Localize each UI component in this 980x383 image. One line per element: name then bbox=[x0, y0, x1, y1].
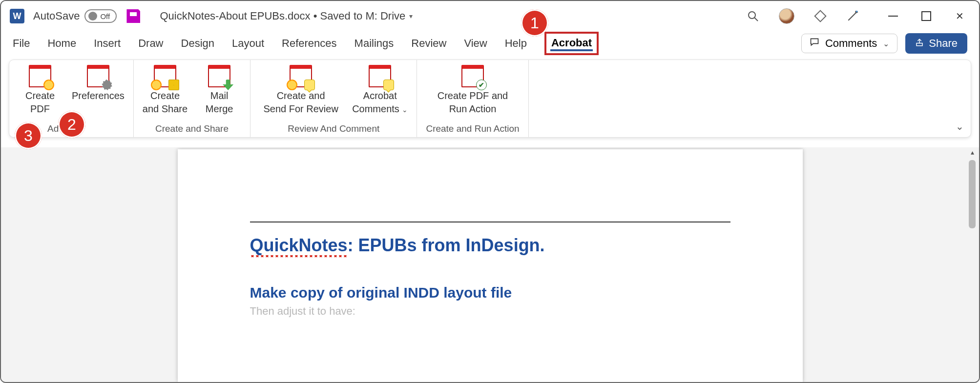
ribbon-label: Create bbox=[25, 90, 55, 101]
title-bar: W AutoSave Off QuickNotes-About EPUBs.do… bbox=[1, 1, 979, 31]
scroll-up-icon[interactable]: ▴ bbox=[967, 147, 977, 157]
magic-wand-icon[interactable] bbox=[846, 10, 859, 22]
title-rest: : EPUBs from InDesign. bbox=[348, 235, 545, 255]
document-paragraph: Then adjust it to have: bbox=[250, 305, 730, 318]
vertical-scrollbar[interactable]: ▴ bbox=[967, 147, 977, 376]
tab-references[interactable]: References bbox=[282, 35, 337, 52]
svg-point-5 bbox=[856, 11, 857, 12]
title-dropdown-icon[interactable]: ▾ bbox=[409, 12, 413, 20]
ribbon-group-label: Create and Run Action bbox=[426, 121, 519, 137]
annotation-badge-2: 2 bbox=[58, 111, 85, 138]
ribbon-acrobat: Create PDF Preferences Ad Create and Sha… bbox=[9, 60, 971, 138]
share-label: Share bbox=[929, 37, 958, 50]
ribbon-group-label: Review And Comment bbox=[288, 121, 379, 137]
acrobat-comments-button[interactable]: Acrobat Comments ⌄ bbox=[352, 64, 408, 121]
create-pdf-run-action-button[interactable]: ✔ Create PDF and Run Action bbox=[434, 64, 512, 121]
ribbon-label: Mail bbox=[210, 90, 229, 101]
save-icon[interactable] bbox=[126, 9, 140, 23]
chevron-down-icon: ⌄ bbox=[402, 106, 408, 114]
create-and-share-button[interactable]: Create and Share bbox=[143, 64, 188, 121]
ribbon-label: and Share bbox=[143, 103, 188, 115]
autosave-toggle[interactable]: Off bbox=[84, 9, 117, 23]
autosave-label: AutoSave bbox=[33, 10, 80, 22]
ribbon-collapse-icon[interactable]: ⌄ bbox=[956, 121, 964, 132]
ribbon-group-create-and-share: Create and Share Mail Merge Create and S… bbox=[134, 60, 250, 137]
ribbon-label: Create PDF and bbox=[438, 90, 508, 101]
word-app-icon: W bbox=[10, 9, 24, 23]
annotation-badge-3: 3 bbox=[15, 122, 42, 149]
svg-line-2 bbox=[848, 13, 855, 20]
ribbon-label: Comments ⌄ bbox=[352, 103, 408, 115]
acrobat-comments-icon bbox=[369, 65, 391, 87]
comment-bubble-icon bbox=[810, 37, 819, 50]
tab-review[interactable]: Review bbox=[411, 35, 446, 52]
mail-merge-icon bbox=[208, 65, 230, 87]
chevron-down-icon: ⌄ bbox=[883, 39, 889, 48]
tab-insert[interactable]: Insert bbox=[94, 35, 121, 52]
ribbon-label: Run Action bbox=[449, 103, 497, 115]
tab-help[interactable]: Help bbox=[505, 35, 527, 52]
ribbon-group-create-and-run-action: ✔ Create PDF and Run Action Create and R… bbox=[417, 60, 528, 137]
create-pdf-button[interactable]: Create PDF bbox=[18, 64, 62, 121]
create-pdf-icon bbox=[29, 65, 51, 87]
window-close-icon[interactable]: ✕ bbox=[955, 11, 964, 21]
premium-diamond-icon[interactable] bbox=[814, 10, 827, 22]
ribbon-label: PDF bbox=[30, 103, 50, 115]
tab-file[interactable]: File bbox=[13, 35, 30, 52]
document-viewport[interactable]: QuickNotes: EPUBs from InDesign. Make co… bbox=[1, 147, 979, 382]
tab-home[interactable]: Home bbox=[47, 35, 76, 52]
send-for-review-icon bbox=[290, 65, 312, 87]
create-send-review-button[interactable]: Create and Send For Review bbox=[259, 64, 342, 121]
horizontal-rule bbox=[250, 222, 730, 222]
mail-merge-button[interactable]: Mail Merge bbox=[197, 64, 241, 121]
toggle-thumb-icon bbox=[88, 12, 97, 20]
comments-button[interactable]: Comments ⌄ bbox=[801, 34, 897, 53]
ribbon-group-label: Create and Share bbox=[155, 121, 229, 137]
ribbon-group-label: Ad bbox=[47, 121, 59, 137]
ribbon-label: Send For Review bbox=[263, 103, 338, 115]
window-minimize-icon[interactable] bbox=[888, 11, 898, 21]
document-page: QuickNotes: EPUBs from InDesign. Make co… bbox=[178, 149, 803, 382]
share-button[interactable]: Share bbox=[905, 33, 967, 54]
comments-label: Comments bbox=[825, 37, 877, 50]
autosave-control[interactable]: AutoSave Off bbox=[33, 9, 117, 23]
run-action-icon: ✔ bbox=[461, 65, 484, 87]
tab-layout[interactable]: Layout bbox=[232, 35, 264, 52]
user-avatar[interactable] bbox=[779, 8, 794, 24]
svg-point-0 bbox=[749, 12, 755, 19]
svg-rect-6 bbox=[917, 43, 922, 46]
create-and-share-icon bbox=[154, 65, 176, 87]
title-right-controls: ✕ bbox=[747, 8, 970, 24]
document-heading-1: QuickNotes: EPUBs from InDesign. bbox=[250, 235, 730, 257]
share-icon bbox=[915, 37, 924, 50]
ribbon-label: Create and bbox=[277, 90, 325, 101]
tab-mailings[interactable]: Mailings bbox=[354, 35, 394, 52]
spelling-squiggle: QuickNotes bbox=[250, 235, 348, 257]
ribbon-label: Preferences bbox=[72, 90, 125, 101]
annotation-badge-1: 1 bbox=[521, 9, 548, 37]
ribbon-label: Create bbox=[150, 90, 180, 101]
tab-acrobat[interactable]: Acrobat bbox=[544, 32, 599, 55]
document-title: QuickNotes-About EPUBs.docx • Saved to M… bbox=[160, 10, 405, 22]
ribbon-label-text: Comments bbox=[352, 103, 399, 114]
ribbon-label: Merge bbox=[206, 103, 233, 115]
scrollbar-thumb[interactable] bbox=[969, 160, 976, 228]
autosave-state: Off bbox=[100, 12, 110, 20]
preferences-icon bbox=[87, 65, 109, 87]
document-heading-2: Make copy of original INDD layout file bbox=[250, 284, 730, 301]
tab-draw[interactable]: Draw bbox=[138, 35, 163, 52]
ribbon-group-review-and-comment: Create and Send For Review Acrobat Comme… bbox=[250, 60, 417, 137]
ribbon-label: Acrobat bbox=[363, 90, 397, 101]
svg-line-1 bbox=[754, 18, 758, 21]
tab-view[interactable]: View bbox=[464, 35, 487, 52]
ribbon-tabs: File Home Insert Draw Design Layout Refe… bbox=[1, 31, 979, 56]
search-icon[interactable] bbox=[747, 10, 759, 22]
tab-design[interactable]: Design bbox=[181, 35, 214, 52]
window-maximize-icon[interactable] bbox=[921, 11, 931, 21]
